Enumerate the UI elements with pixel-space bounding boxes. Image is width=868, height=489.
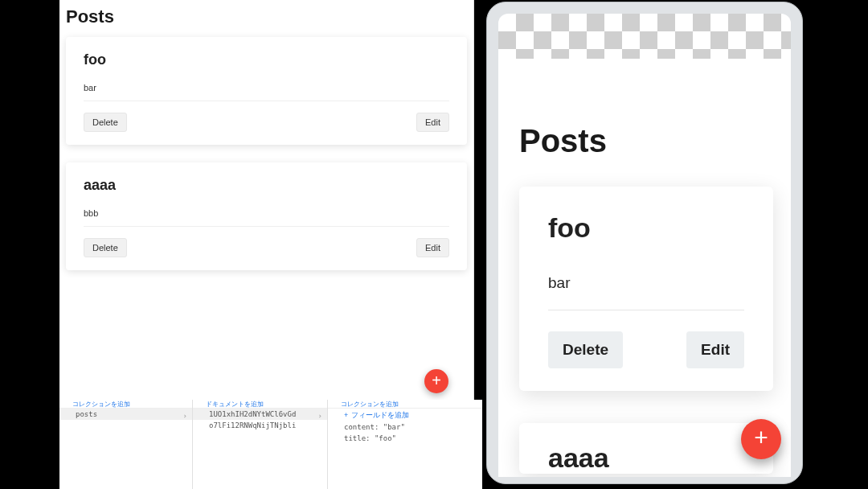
post-card: foo bar Delete Edit [519, 187, 773, 391]
post-body: bar [84, 83, 449, 101]
collection-name: posts [76, 410, 97, 418]
post-body: bbb [84, 208, 449, 227]
post-card: foo bar Delete Edit [66, 37, 467, 145]
plus-icon: + [344, 411, 348, 419]
delete-button[interactable]: Delete [84, 113, 127, 132]
edit-button[interactable]: Edit [416, 238, 449, 257]
field-value: "bar" [383, 423, 405, 431]
post-body: bar [548, 274, 744, 310]
device-frame: Posts foo bar Delete Edit aaaa + [486, 2, 803, 484]
fields-column: コレクションを追加 +フィールドを追加 content: "bar" title… [328, 400, 482, 489]
add-field-label: フィールドを追加 [351, 411, 409, 419]
page-title: Posts [66, 6, 473, 27]
add-post-fab[interactable]: + [741, 419, 781, 459]
status-bar-placeholder [498, 14, 791, 59]
delete-button[interactable]: Delete [548, 331, 623, 368]
add-document-link[interactable]: ドキュメントを追加 [193, 400, 327, 409]
post-card: aaaa bbb Delete Edit [66, 162, 467, 270]
post-title: aaaa [84, 177, 449, 194]
collections-column: コレクションを追加 posts › [59, 400, 193, 489]
documents-column: ドキュメントを追加 1UO1xhIH2dNYtWCl6vGd › o7lFi12… [193, 400, 328, 489]
edit-button[interactable]: Edit [416, 113, 449, 132]
field-value: "foo" [375, 434, 396, 442]
field-row[interactable]: title: "foo" [328, 433, 482, 444]
post-title: foo [84, 51, 449, 68]
post-title: aaaa [519, 423, 773, 474]
document-row[interactable]: 1UO1xhIH2dNYtWCl6vGd › [193, 409, 327, 420]
post-title: foo [548, 212, 744, 244]
add-post-fab[interactable]: + [424, 369, 448, 393]
device-screen: Posts foo bar Delete Edit aaaa + [498, 59, 791, 477]
document-id: 1UO1xhIH2dNYtWCl6vGd [209, 410, 296, 418]
page-title: Posts [519, 123, 773, 159]
field-row[interactable]: content: "bar" [328, 421, 482, 433]
edit-button[interactable]: Edit [686, 331, 744, 368]
field-key: title [344, 434, 366, 442]
field-key: content [344, 423, 375, 431]
add-collection-link[interactable]: コレクションを追加 [59, 400, 192, 409]
delete-button[interactable]: Delete [84, 238, 127, 257]
chevron-right-icon: › [183, 410, 187, 421]
document-row[interactable]: o7lFi12RNWqNijTNjbli [193, 420, 327, 431]
firestore-panel: コレクションを追加 posts › ドキュメントを追加 1UO1xhIH2dNY… [59, 400, 482, 489]
document-id: o7lFi12RNWqNijTNjbli [209, 421, 296, 429]
collection-row[interactable]: posts › [59, 409, 192, 420]
desktop-app-panel: Posts foo bar Delete Edit aaaa bbb Delet… [59, 0, 474, 400]
add-collection-link[interactable]: コレクションを追加 [328, 400, 482, 409]
add-field-link[interactable]: +フィールドを追加 [328, 409, 482, 421]
post-card: aaaa [519, 423, 773, 474]
